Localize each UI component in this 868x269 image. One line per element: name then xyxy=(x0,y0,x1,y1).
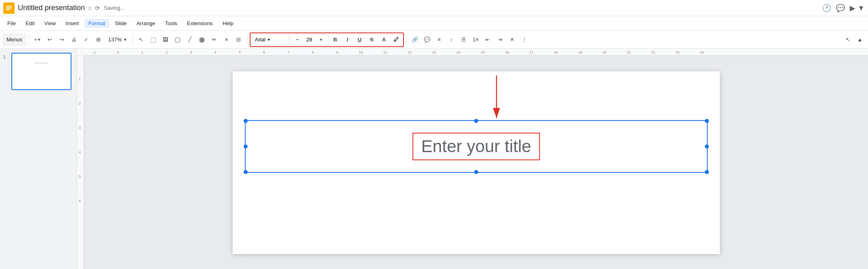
svg-text:0: 0 xyxy=(117,50,119,54)
strikethrough-button[interactable]: S xyxy=(367,34,377,45)
image-button[interactable]: 🖼 xyxy=(160,33,171,46)
highlight-button[interactable]: 🖍 xyxy=(391,34,402,45)
history-icon[interactable]: ⟳ xyxy=(95,5,100,11)
menus-button[interactable]: Menus xyxy=(2,33,26,46)
cursor-button[interactable]: ↖ xyxy=(842,33,853,46)
text-color-button[interactable]: A xyxy=(379,34,389,45)
svg-text:16: 16 xyxy=(505,50,509,54)
star-icon[interactable]: ☆ xyxy=(87,5,93,11)
handle-bottom-left[interactable] xyxy=(244,170,248,174)
svg-text:3: 3 xyxy=(79,126,81,130)
link-button[interactable]: 🔗 xyxy=(409,33,421,46)
font-size-increase[interactable]: + xyxy=(316,34,326,45)
menu-tools[interactable]: Tools xyxy=(161,19,181,28)
menu-help[interactable]: Help xyxy=(218,19,238,28)
line-height-button[interactable]: ↕ xyxy=(446,33,457,46)
italic-button[interactable]: I xyxy=(342,34,353,45)
svg-text:11: 11 xyxy=(383,50,387,54)
slide-number-1: 1 xyxy=(3,54,9,59)
handle-top-middle[interactable] xyxy=(474,119,478,123)
title-highlight-box: Enter your title xyxy=(412,133,540,160)
menu-view[interactable]: View xyxy=(40,19,60,28)
menu-arrange[interactable]: Arrange xyxy=(132,19,159,28)
menu-insert[interactable]: Insert xyxy=(61,19,83,28)
ruler-vertical: 1 2 3 4 5 6 xyxy=(77,56,84,269)
menu-edit[interactable]: Edit xyxy=(22,19,39,28)
menu-format[interactable]: Format xyxy=(84,19,109,28)
indent-decrease[interactable]: ⇤ xyxy=(482,33,494,46)
menu-extensions[interactable]: Extensions xyxy=(183,19,217,28)
zoom-selector[interactable]: 137% ▼ xyxy=(105,35,130,44)
svg-text:20: 20 xyxy=(602,50,607,54)
doc-title[interactable]: Untitled presentation xyxy=(18,4,85,12)
font-size-area: − + xyxy=(290,34,328,45)
print-button[interactable]: 🖨 xyxy=(69,33,80,46)
align-button[interactable]: ≡ xyxy=(221,33,232,46)
toolbar-right: ↖ ▲ xyxy=(842,33,866,46)
clear-format-button[interactable]: ✕ xyxy=(507,33,518,46)
svg-text:23: 23 xyxy=(676,50,680,54)
title-placeholder-text: Enter your title xyxy=(421,137,531,156)
bold-button[interactable]: B xyxy=(330,34,341,45)
list-button[interactable]: ☰ xyxy=(458,33,469,46)
svg-text:6: 6 xyxy=(79,199,81,203)
menus-label: Menus xyxy=(6,37,22,43)
ordered-list-button[interactable]: 1≡ xyxy=(470,33,482,46)
svg-text:15: 15 xyxy=(481,50,485,54)
svg-text:19: 19 xyxy=(578,50,582,54)
zoom-fit-button[interactable]: ⊞ xyxy=(93,33,104,46)
svg-text:7: 7 xyxy=(287,50,289,54)
handle-bottom-right[interactable] xyxy=(705,170,709,174)
fill-button[interactable]: ⬤ xyxy=(196,33,208,46)
handle-top-left[interactable] xyxy=(244,119,248,123)
handle-top-right[interactable] xyxy=(705,119,709,123)
saving-text: Saving... xyxy=(104,5,125,11)
font-size-decrease[interactable]: − xyxy=(292,34,303,45)
version-history-icon[interactable]: 🕐 xyxy=(822,4,831,13)
font-name-selector[interactable]: Arial ▼ xyxy=(252,34,289,45)
svg-rect-3 xyxy=(6,9,10,10)
title-bar: Untitled presentation ☆ ⟳ Saving... 🕐 💬 … xyxy=(0,0,868,16)
slide-canvas[interactable]: Enter your title xyxy=(84,56,868,269)
title-textbox[interactable]: Enter your title xyxy=(245,120,708,173)
text-align-button[interactable]: ≡ xyxy=(434,33,445,46)
slide-content: Enter your title xyxy=(233,71,720,254)
distribute-button[interactable]: ⊟ xyxy=(233,33,244,46)
svg-rect-2 xyxy=(6,7,12,8)
comment-button[interactable]: 💬 xyxy=(421,33,433,46)
menu-bar: File Edit View Insert Format Slide Arran… xyxy=(0,16,868,31)
line-button[interactable]: ╱ xyxy=(184,33,196,46)
add-button[interactable]: + ▼ xyxy=(32,33,43,46)
comments-icon[interactable]: 💬 xyxy=(836,4,845,13)
redo-button[interactable]: ↪ xyxy=(56,33,68,46)
title-icons: ☆ ⟳ Saving... xyxy=(87,5,125,11)
svg-text:6: 6 xyxy=(263,50,265,54)
pen-button[interactable]: ✏ xyxy=(209,33,220,46)
menu-slide[interactable]: Slide xyxy=(111,19,131,28)
svg-text:2: 2 xyxy=(79,101,81,105)
indent-increase[interactable]: ⇥ xyxy=(494,33,506,46)
shapes-button[interactable]: ◯ xyxy=(172,33,184,46)
slide-thumbnail-1[interactable]: Enter your title xyxy=(11,53,71,90)
svg-text:22: 22 xyxy=(651,50,655,54)
pointer-button[interactable]: ↖ xyxy=(136,33,147,46)
svg-text:-1: -1 xyxy=(93,50,96,54)
app-logo xyxy=(3,2,15,14)
font-size-input[interactable] xyxy=(304,37,315,43)
undo-button[interactable]: ↩ xyxy=(44,33,56,46)
top-right-controls: 🕐 💬 ▶ ▼ xyxy=(822,4,865,13)
handle-middle-right[interactable] xyxy=(705,144,709,148)
svg-text:4: 4 xyxy=(79,150,81,154)
underline-button[interactable]: U xyxy=(354,34,365,45)
present-button[interactable]: ▶ ▼ xyxy=(850,4,865,13)
svg-text:4: 4 xyxy=(214,50,216,54)
spellcheck-button[interactable]: ✓ xyxy=(81,33,92,46)
menu-file[interactable]: File xyxy=(3,19,20,28)
handle-bottom-middle[interactable] xyxy=(474,170,478,174)
select-button[interactable]: ⬚ xyxy=(148,33,159,46)
handle-middle-left[interactable] xyxy=(244,144,248,148)
toolbar: Menus + ▼ ↩ ↪ 🖨 ✓ ⊞ 137% ▼ ↖ ⬚ 🖼 ◯ ╱ ⬤ ✏… xyxy=(0,31,868,49)
expand-button[interactable]: ▲ xyxy=(854,33,866,46)
more-options-button[interactable]: ⋮ xyxy=(519,33,530,46)
slide-list: 1 Enter your title xyxy=(3,53,73,90)
